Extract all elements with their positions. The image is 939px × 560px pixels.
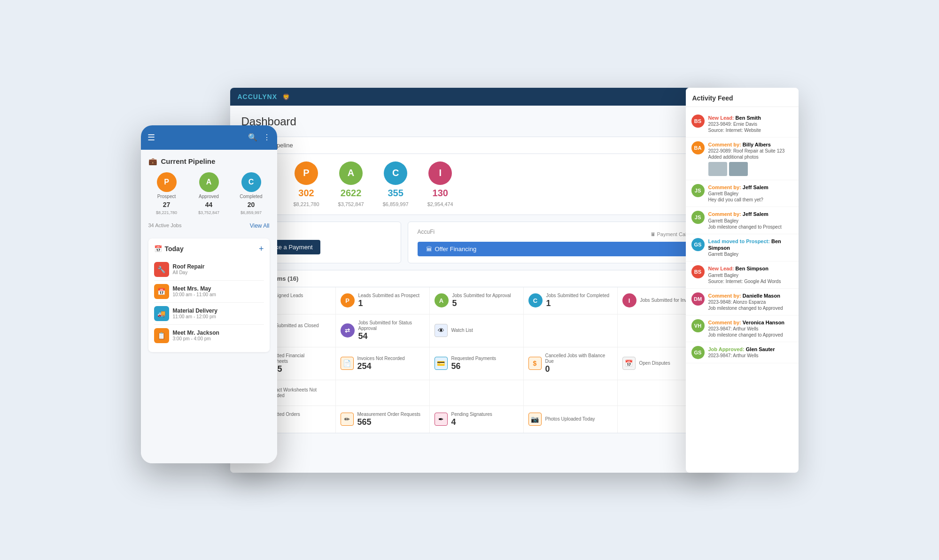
today-item-3[interactable]: 📋 Meet Mr. Jackson 3:00 pm - 4:00 pm: [154, 325, 264, 346]
activity-body-8: Job Approved: Glen Sauter 2023-9847: Art…: [708, 346, 793, 359]
today-item-icon-2: 🚚: [154, 306, 169, 321]
action-row-1: U Unassigned Leads 1 P Leads Submitted a…: [242, 287, 712, 315]
today-section: 📅 Today + 🔧 Roof Repair All Day 📅 Meet: [148, 238, 270, 352]
action-text-invoices: Invoices Not Recorded 254: [357, 356, 425, 371]
action-jobs-approval[interactable]: A Jobs Submitted for Approval 5: [430, 287, 524, 314]
today-item-text-3: Meet Mr. Jackson 3:00 pm - 4:00 pm: [173, 330, 264, 341]
pipeline-count-i: 130: [433, 188, 448, 199]
briefcase-icon: 💼: [148, 157, 157, 166]
pipeline-count-p: 302: [298, 188, 314, 199]
pipeline-section-header: Current Pipeline: [242, 137, 712, 154]
pipeline-row: L 341 • • P 302 $8,221,780 A 2622 $3,752…: [242, 154, 712, 215]
pipeline-item-a[interactable]: A 2622 $3,752,847: [338, 161, 364, 207]
activity-title-4: Lead moved to Prospect: Ben Simpson: [708, 238, 793, 252]
pipeline-item-i[interactable]: I 130 $2,954,474: [427, 161, 453, 207]
action-text-jobs-approval: Jobs Submitted for Approval 5: [452, 293, 519, 308]
desktop-window: ACCULYNX 🦁 Dashboard Current Pipeline L …: [230, 88, 723, 473]
action-icon-jobs-completed: C: [528, 293, 543, 307]
today-item-0[interactable]: 🔧 Roof Repair All Day: [154, 259, 264, 281]
action-status-approval[interactable]: ⇄ Jobs Submitted for Status Approval 54: [336, 315, 430, 347]
activity-sub-8: 2023-9847: Arthur Wells: [708, 353, 793, 359]
mobile-topbar: ☰ 🔍 ⋮: [141, 125, 277, 150]
app-logo: ACCULYNX 🦁: [238, 93, 290, 100]
mobile-label-completed: Completed: [240, 194, 262, 199]
activity-body-2: Comment by: Jeff Salem Garrett BagleyHey…: [708, 184, 793, 203]
more-icon[interactable]: ⋮: [263, 133, 271, 142]
action-icon-jobs-approval: A: [435, 293, 449, 307]
activity-title-5: New Lead: Ben Simpson: [708, 265, 793, 272]
action-measurement-requests[interactable]: ✏ Measurement Order Requests 565: [336, 406, 430, 433]
action-icon-jobs-invoicing: I: [622, 293, 636, 307]
activity-avatar-6: DM: [691, 292, 705, 306]
activity-body-6: Comment by: Danielle Mason 2023-9848: Al…: [708, 292, 793, 311]
action-pending-signatures[interactable]: ✒ Pending Signatures 4: [430, 406, 524, 433]
pipeline-count-c: 355: [388, 188, 403, 199]
search-icon[interactable]: 🔍: [248, 133, 257, 142]
hamburger-icon[interactable]: ☰: [147, 132, 155, 143]
action-empty-4-3: [430, 380, 524, 406]
activity-title-0: New Lead: Ben Smith: [708, 115, 793, 121]
mobile-label-approved: Approved: [199, 194, 219, 199]
action-watch-list[interactable]: 👁 Watch List: [430, 315, 524, 347]
today-title: 📅 Today: [154, 245, 184, 253]
activity-sub-0: 2023-9849: Ernie DavisSource: Internet: …: [708, 121, 793, 133]
add-today-icon[interactable]: +: [259, 244, 264, 254]
pipeline-circle-p: P: [295, 161, 318, 185]
activity-body-1: Comment by: Billy Albers 2022-9089: Roof…: [708, 141, 793, 176]
pipeline-amt-a: $3,752,847: [338, 201, 364, 207]
activity-body-0: New Lead: Ben Smith 2023-9849: Ernie Dav…: [708, 115, 793, 133]
activity-photo-row-1: [708, 162, 793, 176]
mobile-pipeline-item-completed[interactable]: C Completed 20 $6,859,997: [233, 172, 270, 215]
action-jobs-completed[interactable]: C Jobs Submitted for Completed 1: [524, 287, 618, 314]
pipeline-item-p[interactable]: P 302 $8,221,780: [294, 161, 319, 207]
mobile-pipeline-item-approved[interactable]: A Approved 44 $3,752,847: [191, 172, 227, 215]
mobile-label-prospect: Prospect: [157, 194, 176, 199]
action-text-photos-today: Photos Uploaded Today: [545, 416, 613, 422]
today-item-icon-0: 🔧: [154, 262, 169, 277]
mobile-action-icons: 🔍 ⋮: [248, 133, 271, 142]
today-item-2[interactable]: 🚚 Material Delivery 11:00 am - 12:00 pm: [154, 303, 264, 325]
activity-avatar-3: JS: [691, 211, 705, 224]
mobile-amt-prospect: $8,221,780: [156, 210, 177, 215]
activity-item-2: JS Comment by: Jeff Salem Garrett Bagley…: [686, 180, 799, 207]
action-icon-watch-list: 👁: [435, 324, 448, 337]
activity-feed-header: Activity Feed: [686, 88, 799, 107]
offer-financing-button[interactable]: 🏛 Offer Financing: [418, 242, 702, 256]
action-text-watch-list: Watch List: [451, 328, 519, 333]
action-photos-today[interactable]: 📷 Photos Uploaded Today: [524, 406, 618, 433]
activity-sub-2: Garrett BagleyHey did you call them yet?: [708, 191, 793, 203]
activity-sub-7: 2023-9847: Arthur WellsJob milestone cha…: [708, 326, 793, 338]
mobile-circle-a: A: [199, 172, 219, 192]
action-text-leads-prospect: Leads Submitted as Prospect 1: [358, 293, 425, 308]
action-invoices-not-recorded[interactable]: 📄 Invoices Not Recorded 254: [336, 347, 430, 380]
action-text-requested-payments: Requested Payments 56: [451, 356, 519, 371]
action-cancelled-jobs[interactable]: $ Cancelled Jobs with Balance Due 0: [524, 347, 618, 380]
view-all-row: 34 Active Jobs View All: [148, 222, 270, 235]
today-item-1[interactable]: 📅 Meet Mrs. May 10:00 am - 11:00 am: [154, 281, 264, 303]
accufi-card: AccuFi 🖩 Payment Calculator 🏛 Offer Fina…: [408, 222, 712, 263]
action-icon-requested-payments: 💳: [435, 357, 448, 370]
mobile-count-completed: 20: [248, 201, 255, 208]
mobile-pipeline-item-prospect[interactable]: P Prospect 27 $8,221,780: [148, 172, 185, 215]
mobile-pipeline-row: P Prospect 27 $8,221,780 A Approved 44 $…: [148, 172, 270, 215]
pipeline-circle-a: A: [339, 161, 363, 185]
activity-item-1: BA Comment by: Billy Albers 2022-9089: R…: [686, 138, 799, 180]
action-row-2: ✓ Jobs Submitted as Closed 8 ⇄ Jobs Subm…: [242, 315, 712, 347]
action-requested-payments[interactable]: 💳 Requested Payments 56: [430, 347, 524, 380]
action-leads-prospect[interactable]: P Leads Submitted as Prospect 1: [336, 287, 430, 314]
activity-title-1: Comment by: Billy Albers: [708, 141, 793, 148]
today-item-text-1: Meet Mrs. May 10:00 am - 11:00 am: [173, 285, 264, 297]
activity-body-4: Lead moved to Prospect: Ben Simpson Garr…: [708, 238, 793, 258]
today-header: 📅 Today +: [154, 244, 264, 254]
activity-feed: Activity Feed BS New Lead: Ben Smith 202…: [686, 88, 799, 473]
pipeline-item-c[interactable]: C 355 $6,859,997: [383, 161, 409, 207]
activity-sub-3: Garrett BagleyJob milestone changed to P…: [708, 218, 793, 230]
page-title: Dashboard: [241, 115, 712, 128]
action-icon-measurement: ✏: [341, 413, 354, 426]
pipeline-circle-c: C: [384, 161, 407, 185]
activity-title-2: Comment by: Jeff Salem: [708, 184, 793, 191]
action-icon-leads-prospect: P: [341, 293, 355, 307]
pipeline-circle-i: I: [428, 161, 452, 185]
pipeline-amt-i: $2,954,474: [427, 201, 453, 207]
view-all-link[interactable]: View All: [250, 222, 270, 235]
